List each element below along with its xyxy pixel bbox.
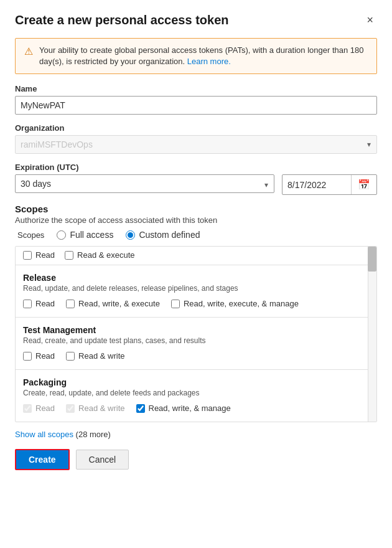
expiration-row: 30 days 60 days 90 days 180 days Custom … xyxy=(15,174,377,195)
org-label: Organization xyxy=(15,123,377,133)
test-management-section-desc: Read, create, and update test plans, cas… xyxy=(23,336,368,345)
expiration-form-group: Expiration (UTC) 30 days 60 days 90 days… xyxy=(15,163,377,195)
name-label: Name xyxy=(15,84,377,93)
test-management-checkboxes: Read Read & write xyxy=(23,351,368,361)
packaging-read-write-item[interactable]: Read & write xyxy=(66,404,124,413)
top-partial-scope-row: Read Read & execute xyxy=(16,247,375,265)
warning-banner: ⚠ Your ability to create global personal… xyxy=(15,38,377,74)
org-select[interactable]: ramiMSFTDevOps xyxy=(15,135,377,154)
test-read-label: Read xyxy=(35,351,55,361)
create-pat-dialog: Create a new personal access token × ⚠ Y… xyxy=(0,0,392,548)
warning-icon: ⚠ xyxy=(24,45,33,57)
create-button[interactable]: Create xyxy=(15,449,70,470)
release-full-checkbox[interactable] xyxy=(171,300,180,308)
org-form-group: Organization ramiMSFTDevOps ▾ xyxy=(15,123,377,154)
dialog-header: Create a new personal access token × xyxy=(15,12,377,28)
full-access-option[interactable]: Full access xyxy=(57,230,113,240)
test-read-checkbox[interactable] xyxy=(23,352,32,361)
packaging-read-item[interactable]: Read xyxy=(23,404,55,413)
calendar-icon-button[interactable]: 📅 xyxy=(351,175,376,194)
date-input-wrapper: 📅 xyxy=(282,174,377,195)
packaging-read-write-manage-checkbox[interactable] xyxy=(136,404,145,413)
test-read-write-checkbox[interactable] xyxy=(66,352,75,361)
full-access-radio[interactable] xyxy=(57,230,66,240)
release-read-write-execute-checkbox[interactable] xyxy=(66,300,75,308)
packaging-section-title: Packaging xyxy=(23,377,368,387)
packaging-read-label: Read xyxy=(35,404,55,413)
learn-more-link[interactable]: Learn more. xyxy=(187,57,231,66)
test-management-section-title: Test Management xyxy=(23,325,368,335)
partial-read-execute-label: Read & execute xyxy=(77,250,135,260)
release-read-label: Read xyxy=(35,299,55,308)
test-read-write-label: Read & write xyxy=(78,351,124,361)
release-read-item[interactable]: Read xyxy=(23,299,55,308)
expiration-select-wrapper: 30 days 60 days 90 days 180 days Custom … xyxy=(15,174,274,195)
show-all-scopes-link[interactable]: Show all scopes (28 more) xyxy=(15,430,377,439)
test-read-write-item[interactable]: Read & write xyxy=(66,351,124,361)
dialog-title: Create a new personal access token xyxy=(15,13,229,27)
release-section-desc: Read, update, and delete releases, relea… xyxy=(23,284,368,293)
show-all-link-text: Show all scopes xyxy=(15,430,73,439)
warning-text: Your ability to create global personal a… xyxy=(39,45,368,67)
partial-read-item[interactable]: Read xyxy=(23,250,55,260)
expiration-label: Expiration (UTC) xyxy=(15,163,377,172)
name-form-group: Name xyxy=(15,84,377,115)
release-checkboxes: Read Read, write, & execute Read, write,… xyxy=(23,299,368,308)
release-scope-section: Release Read, update, and delete release… xyxy=(16,265,375,318)
release-full-label: Read, write, execute, & manage xyxy=(184,299,299,308)
release-full-item[interactable]: Read, write, execute, & manage xyxy=(171,299,299,308)
packaging-read-checkbox xyxy=(23,404,32,413)
custom-defined-option[interactable]: Custom defined xyxy=(126,230,200,240)
scopes-content-box: Read Read & execute Release Read, update… xyxy=(15,246,377,422)
partial-read-label: Read xyxy=(35,250,55,260)
org-select-wrapper: ramiMSFTDevOps ▾ xyxy=(15,135,377,154)
custom-defined-label: Custom defined xyxy=(139,230,200,240)
packaging-read-write-manage-item[interactable]: Read, write, & manage xyxy=(136,404,231,413)
packaging-read-write-manage-label: Read, write, & manage xyxy=(149,404,231,413)
partial-read-execute-item[interactable]: Read & execute xyxy=(65,250,135,260)
release-read-checkbox[interactable] xyxy=(23,300,32,308)
full-access-label: Full access xyxy=(70,230,113,240)
cancel-button[interactable]: Cancel xyxy=(76,450,129,470)
date-input[interactable] xyxy=(282,176,351,194)
footer-buttons: Create Cancel xyxy=(15,449,377,470)
expiration-select[interactable]: 30 days 60 days 90 days 180 days Custom xyxy=(15,174,274,193)
test-management-scope-section: Test Management Read, create, and update… xyxy=(16,318,375,370)
test-read-item[interactable]: Read xyxy=(23,351,55,361)
partial-read-checkbox[interactable] xyxy=(23,251,32,260)
name-input[interactable] xyxy=(15,96,377,115)
packaging-scope-section: Packaging Create, read, update, and dele… xyxy=(16,370,375,422)
scrollbar-thumb xyxy=(368,247,376,272)
release-read-write-execute-label: Read, write, & execute xyxy=(78,299,160,308)
partial-read-execute-checkbox[interactable] xyxy=(65,251,73,260)
custom-defined-radio[interactable] xyxy=(126,230,135,240)
packaging-read-write-checkbox xyxy=(66,404,75,413)
close-button[interactable]: × xyxy=(363,12,377,28)
scopes-description: Authorize the scope of access associated… xyxy=(15,215,377,225)
calendar-icon: 📅 xyxy=(358,179,370,190)
show-all-count: (28 more) xyxy=(76,430,111,439)
scopes-radio-label: Scopes xyxy=(17,230,44,240)
packaging-checkboxes: Read Read & write Read, write, & manage xyxy=(23,404,368,413)
packaging-read-write-label: Read & write xyxy=(78,404,124,413)
scopes-scroll-area[interactable]: Read Read & execute Release Read, update… xyxy=(16,247,376,422)
scrollbar-track[interactable] xyxy=(368,247,376,422)
release-read-write-execute-item[interactable]: Read, write, & execute xyxy=(66,299,160,308)
packaging-section-desc: Create, read, update, and delete feeds a… xyxy=(23,389,368,397)
scopes-section: Scopes Authorize the scope of access ass… xyxy=(15,204,377,422)
release-section-title: Release xyxy=(23,273,368,283)
scopes-title: Scopes xyxy=(15,204,377,214)
scopes-radio-row: Scopes Full access Custom defined xyxy=(17,230,377,240)
